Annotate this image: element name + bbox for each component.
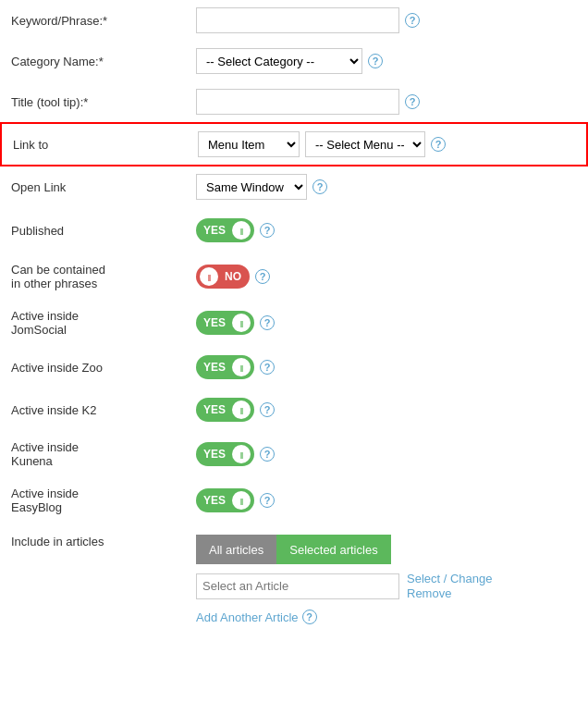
category-row: Category Name:* -- Select Category -- ? [0, 41, 588, 81]
keyword-row: Keyword/Phrase:* ? [0, 0, 588, 41]
link-to-menu-select[interactable]: -- Select Menu -- [305, 131, 425, 157]
easyblog-help-icon[interactable]: ? [260, 493, 275, 508]
all-articles-button[interactable]: All articles [196, 535, 276, 564]
jomsocial-row: Active inside JomSocial YES ? [0, 300, 588, 346]
jomsocial-help-icon[interactable]: ? [260, 315, 275, 330]
title-input[interactable] [196, 89, 399, 115]
contained-toggle-label: NO [221, 270, 245, 283]
link-to-row: Link to Menu Item -- Select Menu -- ? [0, 122, 588, 166]
open-link-select[interactable]: Same Window [196, 174, 307, 200]
selected-articles-button[interactable]: Selected articles [276, 535, 390, 564]
kunena-toggle[interactable]: YES [196, 442, 254, 466]
zoo-label: Active inside Zoo [11, 361, 196, 375]
link-to-type-select[interactable]: Menu Item [198, 131, 300, 157]
link-to-controls: Menu Item -- Select Menu -- ? [198, 131, 575, 157]
article-input-row: Select / Change Remove [196, 572, 493, 600]
open-link-label: Open Link [11, 180, 196, 194]
zoo-toggle-knob [232, 358, 251, 376]
published-toggle[interactable]: YES [196, 218, 254, 242]
contained-toggle[interactable]: NO [196, 265, 250, 289]
select-change-remove-group: Select / Change Remove [407, 572, 493, 600]
published-label: Published [11, 224, 196, 238]
jomsocial-label: Active inside JomSocial [11, 309, 196, 337]
open-link-controls: Same Window ? [196, 174, 577, 200]
k2-toggle-label: YES [200, 403, 229, 416]
kunena-toggle-knob [232, 445, 251, 463]
published-toggle-label: YES [200, 224, 229, 237]
category-label: Category Name:* [11, 55, 196, 68]
keyword-help-icon[interactable]: ? [405, 13, 420, 28]
title-row: Title (tool tip):* ? [0, 81, 588, 122]
easyblog-toggle-knob [232, 491, 251, 510]
articles-button-group: All articles Selected articles [196, 535, 391, 564]
easyblog-toggle[interactable]: YES [196, 488, 254, 512]
add-another-article-link[interactable]: Add Another Article [196, 610, 299, 624]
k2-controls: YES ? [196, 398, 577, 422]
kunena-help-icon[interactable]: ? [260, 447, 275, 462]
zoo-row: Active inside Zoo YES ? [0, 346, 588, 388]
title-label: Title (tool tip):* [11, 95, 196, 109]
open-link-help-icon[interactable]: ? [312, 179, 327, 194]
published-help-icon[interactable]: ? [260, 223, 275, 238]
open-link-row: Open Link Same Window ? [0, 166, 588, 207]
k2-toggle[interactable]: YES [196, 398, 254, 422]
published-toggle-knob [232, 221, 251, 240]
kunena-row: Active inside Kunena YES ? [0, 431, 588, 477]
jomsocial-toggle[interactable]: YES [196, 311, 254, 335]
title-controls: ? [196, 89, 577, 115]
jomsocial-toggle-label: YES [200, 316, 229, 329]
zoo-help-icon[interactable]: ? [260, 360, 275, 375]
contained-help-icon[interactable]: ? [255, 269, 270, 284]
title-help-icon[interactable]: ? [405, 94, 420, 109]
category-controls: -- Select Category -- ? [196, 48, 577, 74]
zoo-controls: YES ? [196, 355, 577, 379]
select-change-link[interactable]: Select / Change [407, 572, 493, 585]
link-to-label: Link to [13, 138, 198, 152]
jomsocial-toggle-knob [232, 314, 251, 332]
k2-row: Active inside K2 YES ? [0, 388, 588, 431]
easyblog-label: Active inside EasyBlog [11, 487, 196, 514]
keyword-controls: ? [196, 7, 577, 33]
jomsocial-controls: YES ? [196, 311, 577, 335]
link-to-help-icon[interactable]: ? [431, 137, 446, 152]
easyblog-toggle-label: YES [200, 494, 229, 507]
kunena-controls: YES ? [196, 442, 577, 466]
article-input[interactable] [196, 573, 399, 599]
add-another-row: Add Another Article ? [196, 608, 317, 624]
k2-help-icon[interactable]: ? [260, 402, 275, 417]
remove-link[interactable]: Remove [407, 586, 493, 600]
category-help-icon[interactable]: ? [368, 54, 383, 68]
k2-toggle-knob [232, 400, 251, 419]
category-select[interactable]: -- Select Category -- [196, 48, 362, 74]
include-articles-row: Include in articles All articles Selecte… [0, 524, 588, 632]
k2-label: Active inside K2 [11, 403, 196, 417]
zoo-toggle[interactable]: YES [196, 355, 254, 379]
add-another-help-icon[interactable]: ? [302, 610, 317, 624]
contained-row: Can be contained in other phrases NO ? [0, 253, 588, 300]
easyblog-row: Active inside EasyBlog YES ? [0, 477, 588, 524]
zoo-toggle-label: YES [200, 361, 229, 374]
kunena-toggle-label: YES [200, 448, 229, 461]
contained-label: Can be contained in other phrases [11, 263, 196, 290]
keyword-label: Keyword/Phrase:* [11, 14, 196, 28]
include-articles-label: Include in articles [11, 535, 196, 548]
include-articles-controls: All articles Selected articles Select / … [196, 535, 577, 624]
published-row: Published YES ? [0, 207, 588, 253]
easyblog-controls: YES ? [196, 488, 577, 512]
contained-controls: NO ? [196, 265, 577, 289]
keyword-input[interactable] [196, 7, 399, 33]
contained-toggle-knob [200, 267, 218, 286]
published-controls: YES ? [196, 218, 577, 242]
kunena-label: Active inside Kunena [11, 440, 196, 468]
